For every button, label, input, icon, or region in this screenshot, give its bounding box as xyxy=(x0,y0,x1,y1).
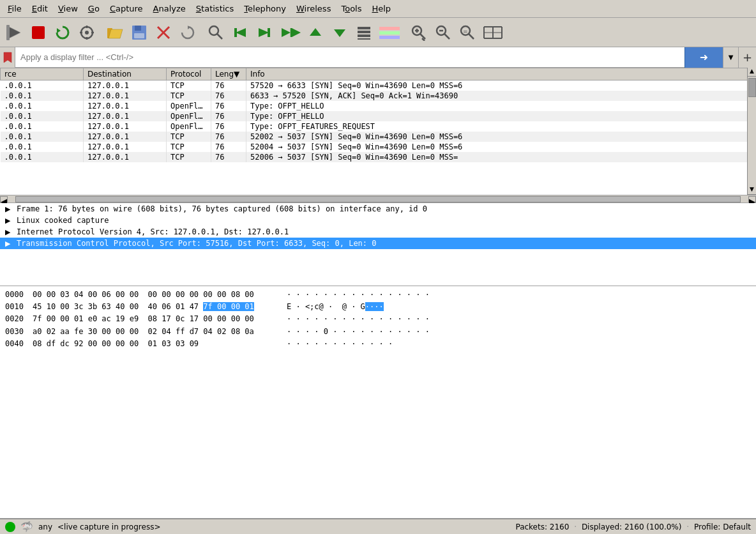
filter-dropdown-button[interactable]: ▼ xyxy=(723,47,738,68)
new-capture-button[interactable] xyxy=(3,21,26,44)
cell-dst: 127.0.0.1 xyxy=(84,152,167,162)
cell-proto: OpenFl… xyxy=(167,111,211,121)
svg-marker-25 xyxy=(282,28,291,37)
detail-rows-container: ▶Frame 1: 76 bytes on wire (608 bits), 7… xyxy=(0,203,756,249)
displayed-count: 2160 (100.0%) xyxy=(624,523,681,531)
svg-marker-3 xyxy=(57,28,61,33)
reload-button[interactable] xyxy=(176,21,199,44)
menu-capture[interactable]: Capture xyxy=(105,3,148,15)
table-row[interactable]: .0.0.1 127.0.0.1 OpenFl… 76 Type: OFPT_H… xyxy=(1,101,756,111)
zoom-out-button[interactable] xyxy=(432,21,455,44)
packet-detail-pane: ▶Frame 1: 76 bytes on wire (608 bits), 7… xyxy=(0,203,756,286)
open-button[interactable] xyxy=(103,21,126,44)
cell-len: 76 xyxy=(211,142,246,152)
packet-table: rce Destination Protocol Leng▼ Info .0.0… xyxy=(0,68,756,162)
table-row[interactable]: .0.0.1 127.0.0.1 TCP 76 57520 → 6633 [SY… xyxy=(1,80,756,91)
detail-row[interactable]: ▶Linux cooked capture xyxy=(0,215,756,226)
svg-marker-29 xyxy=(334,29,345,37)
go-back-button[interactable] xyxy=(229,21,252,44)
display-filter-input[interactable] xyxy=(15,47,684,67)
menu-telephony[interactable]: Telephony xyxy=(239,3,291,15)
hex-offset: 0020 xyxy=(5,313,27,325)
svg-rect-22 xyxy=(234,28,237,37)
col-header-source[interactable]: rce xyxy=(1,68,84,80)
col-header-destination[interactable]: Destination xyxy=(84,68,167,80)
menu-help[interactable]: Help xyxy=(367,3,396,15)
table-row[interactable]: .0.0.1 127.0.0.1 TCP 76 52002 → 5037 [SY… xyxy=(1,132,756,142)
cell-proto: TCP xyxy=(167,152,211,162)
hex-highlight: 7f 00 00 01 xyxy=(203,302,253,311)
menu-tools[interactable]: Tools xyxy=(336,3,367,15)
resize-columns-button[interactable] xyxy=(480,21,506,44)
packets-count: 2160 xyxy=(550,523,570,531)
packet-list-vscrollbar[interactable]: ▲ ▼ xyxy=(747,68,756,195)
detail-row[interactable]: ▶Transmission Control Protocol, Src Port… xyxy=(0,238,756,249)
cell-dst: 127.0.0.1 xyxy=(84,142,167,152)
col-header-info[interactable]: Info xyxy=(246,68,756,80)
table-row[interactable]: .0.0.1 127.0.0.1 TCP 76 52004 → 5037 [SY… xyxy=(1,142,756,152)
restart-capture-button[interactable] xyxy=(51,21,74,44)
cell-info: Type: OFPT_FEATURES_REQUEST xyxy=(246,121,756,132)
col-header-length[interactable]: Leng▼ xyxy=(211,68,246,80)
col-header-protocol[interactable]: Protocol xyxy=(167,68,211,80)
find-packet-button[interactable] xyxy=(204,21,227,44)
preferences-button[interactable] xyxy=(75,21,98,44)
svg-marker-28 xyxy=(310,28,321,36)
menu-edit[interactable]: Edit xyxy=(27,3,53,15)
cell-dst: 127.0.0.1 xyxy=(84,121,167,132)
colorize-button[interactable] xyxy=(377,21,402,44)
goto-packet-button[interactable] xyxy=(277,21,303,44)
stop-capture-button[interactable] xyxy=(27,21,50,44)
vscroll-thumb[interactable] xyxy=(748,78,756,97)
svg-rect-2 xyxy=(32,26,45,39)
svg-line-20 xyxy=(217,34,222,39)
apply-filter-button[interactable]: ➜ xyxy=(684,47,723,68)
menu-view[interactable]: View xyxy=(53,3,83,15)
menu-wireless[interactable]: Wireless xyxy=(291,3,336,15)
first-packet-button[interactable] xyxy=(352,21,375,44)
cell-src: .0.0.1 xyxy=(1,80,84,91)
cell-proto: TCP xyxy=(167,142,211,152)
close-button[interactable] xyxy=(152,21,175,44)
svg-rect-36 xyxy=(379,36,400,39)
go-forward-button[interactable] xyxy=(253,21,276,44)
menu-statistics[interactable]: Statistics xyxy=(191,3,239,15)
svg-marker-54 xyxy=(4,52,11,63)
vscroll-down-button[interactable]: ▼ xyxy=(748,186,756,195)
status-divider-2: · xyxy=(686,523,689,531)
svg-rect-24 xyxy=(268,28,270,37)
table-row[interactable]: .0.0.1 127.0.0.1 OpenFl… 76 Type: OFPT_H… xyxy=(1,111,756,121)
cell-proto: TCP xyxy=(167,132,211,142)
prev-packet-button[interactable] xyxy=(304,21,327,44)
zoom-in-button[interactable] xyxy=(407,21,430,44)
detail-row[interactable]: ▶Frame 1: 76 bytes on wire (608 bits), 7… xyxy=(0,203,756,215)
vscroll-track[interactable] xyxy=(748,77,756,186)
add-filter-button[interactable]: + xyxy=(738,47,756,68)
table-row[interactable]: .0.0.1 127.0.0.1 TCP 76 6633 → 57520 [SY… xyxy=(1,91,756,101)
cell-info: Type: OFPT_HELLO xyxy=(246,111,756,121)
hex-ascii: E · <;c@ · @ · G···· xyxy=(287,301,384,313)
vscroll-up-button[interactable]: ▲ xyxy=(748,68,756,77)
cell-len: 76 xyxy=(211,91,246,101)
detail-row[interactable]: ▶Internet Protocol Version 4, Src: 127.0… xyxy=(0,226,756,238)
cell-info: 52004 → 5037 [SYN] Seq=0 Win=43690 Len=0… xyxy=(246,142,756,152)
table-row[interactable]: .0.0.1 127.0.0.1 TCP 76 52006 → 5037 [SY… xyxy=(1,152,756,162)
hex-dump-pane: 000000 00 03 04 00 06 00 00 00 00 00 00 … xyxy=(0,286,756,519)
cell-info: 52006 → 5037 [SYN] Seq=0 Win=43690 Len=0… xyxy=(246,152,756,162)
cell-len: 76 xyxy=(211,121,246,132)
cell-info: Type: OFPT_HELLO xyxy=(246,101,756,111)
menu-analyze[interactable]: Analyze xyxy=(148,3,191,15)
save-button[interactable] xyxy=(128,21,151,44)
zoom-normal-button[interactable]: = xyxy=(456,21,479,44)
status-stats: Packets: 2160 · Displayed: 2160 (100.0%)… xyxy=(515,523,751,531)
next-packet-button[interactable] xyxy=(328,21,351,44)
packet-list-hscrollbar[interactable]: ◀ ▶ xyxy=(0,195,756,203)
hscroll-left-button[interactable]: ◀ xyxy=(0,196,8,202)
hscroll-track[interactable] xyxy=(15,196,741,202)
table-row[interactable]: .0.0.1 127.0.0.1 OpenFl… 76 Type: OFPT_F… xyxy=(1,121,756,132)
detail-row-text: Linux cooked capture xyxy=(17,216,109,225)
menu-file[interactable]: File xyxy=(3,3,27,15)
svg-marker-23 xyxy=(259,28,269,37)
menu-go[interactable]: Go xyxy=(83,3,105,15)
hscroll-right-button[interactable]: ▶ xyxy=(748,196,756,202)
